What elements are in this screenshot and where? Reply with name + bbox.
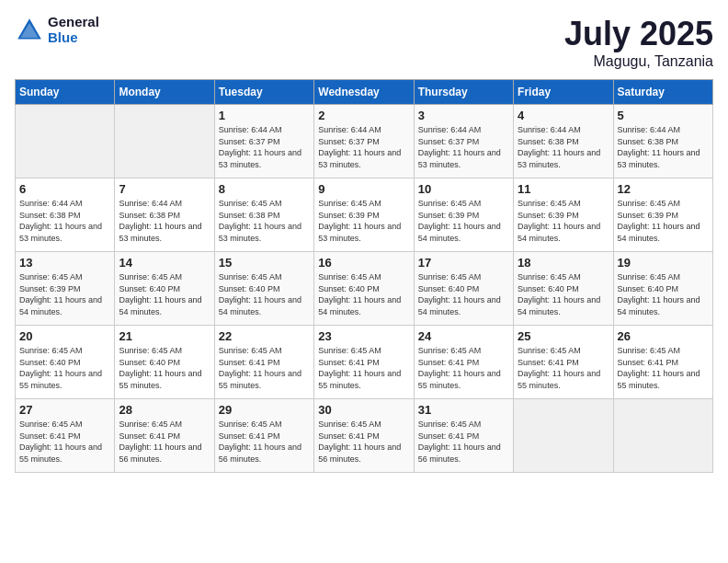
day-number: 5	[618, 109, 709, 122]
cell-info: Sunrise: 6:45 AMSunset: 6:41 PMDaylight:…	[318, 419, 409, 465]
header: General Blue July 2025 Magugu, Tanzania	[15, 15, 713, 70]
calendar-week-row: 27Sunrise: 6:45 AMSunset: 6:41 PMDayligh…	[16, 399, 713, 473]
calendar-cell: 20Sunrise: 6:45 AMSunset: 6:40 PMDayligh…	[16, 326, 115, 399]
cell-info: Sunrise: 6:45 AMSunset: 6:40 PMDaylight:…	[618, 271, 709, 317]
calendar-cell: 18Sunrise: 6:45 AMSunset: 6:40 PMDayligh…	[514, 252, 613, 326]
day-number: 23	[318, 329, 409, 343]
cell-info: Sunrise: 6:44 AMSunset: 6:38 PMDaylight:…	[518, 124, 609, 170]
calendar-cell: 25Sunrise: 6:45 AMSunset: 6:41 PMDayligh…	[514, 326, 613, 399]
day-number: 18	[518, 256, 609, 270]
calendar-cell: 6Sunrise: 6:44 AMSunset: 6:38 PMDaylight…	[16, 178, 115, 252]
cell-info: Sunrise: 6:45 AMSunset: 6:40 PMDaylight:…	[418, 271, 509, 317]
calendar-cell: 9Sunrise: 6:45 AMSunset: 6:39 PMDaylight…	[314, 178, 414, 252]
cell-info: Sunrise: 6:45 AMSunset: 6:40 PMDaylight:…	[219, 271, 310, 317]
day-of-week-header: Thursday	[414, 80, 513, 105]
day-number: 16	[318, 256, 409, 270]
day-number: 12	[618, 182, 709, 196]
calendar-cell: 7Sunrise: 6:44 AMSunset: 6:38 PMDaylight…	[115, 178, 214, 252]
calendar-week-row: 20Sunrise: 6:45 AMSunset: 6:40 PMDayligh…	[16, 326, 713, 399]
cell-info: Sunrise: 6:44 AMSunset: 6:37 PMDaylight:…	[318, 124, 409, 170]
day-number: 9	[318, 182, 409, 196]
calendar-cell: 27Sunrise: 6:45 AMSunset: 6:41 PMDayligh…	[16, 399, 115, 473]
calendar-cell: 28Sunrise: 6:45 AMSunset: 6:41 PMDayligh…	[115, 399, 214, 473]
calendar-cell: 13Sunrise: 6:45 AMSunset: 6:39 PMDayligh…	[16, 252, 115, 326]
day-number: 6	[19, 182, 110, 196]
calendar-cell	[613, 399, 712, 473]
day-number: 24	[418, 329, 509, 343]
calendar-cell: 21Sunrise: 6:45 AMSunset: 6:40 PMDayligh…	[115, 326, 214, 399]
cell-info: Sunrise: 6:45 AMSunset: 6:39 PMDaylight:…	[318, 198, 409, 244]
cell-info: Sunrise: 6:45 AMSunset: 6:40 PMDaylight:…	[119, 271, 210, 317]
day-number: 13	[19, 256, 110, 270]
calendar-cell: 5Sunrise: 6:44 AMSunset: 6:38 PMDaylight…	[613, 105, 712, 178]
logo-blue-text: Blue	[48, 30, 99, 46]
calendar-cell: 24Sunrise: 6:45 AMSunset: 6:41 PMDayligh…	[414, 326, 513, 399]
cell-info: Sunrise: 6:45 AMSunset: 6:41 PMDaylight:…	[219, 419, 310, 465]
calendar-cell: 31Sunrise: 6:45 AMSunset: 6:41 PMDayligh…	[414, 399, 513, 473]
cell-info: Sunrise: 6:45 AMSunset: 6:41 PMDaylight:…	[518, 345, 609, 391]
calendar-cell: 2Sunrise: 6:44 AMSunset: 6:37 PMDaylight…	[314, 105, 414, 178]
day-number: 7	[119, 182, 210, 196]
cell-info: Sunrise: 6:45 AMSunset: 6:41 PMDaylight:…	[19, 419, 110, 465]
day-number: 29	[219, 403, 310, 417]
calendar-cell: 10Sunrise: 6:45 AMSunset: 6:39 PMDayligh…	[414, 178, 513, 252]
day-number: 4	[518, 109, 609, 122]
cell-info: Sunrise: 6:45 AMSunset: 6:39 PMDaylight:…	[19, 271, 110, 317]
day-number: 3	[418, 109, 509, 122]
cell-info: Sunrise: 6:45 AMSunset: 6:41 PMDaylight:…	[418, 345, 509, 391]
day-number: 22	[219, 329, 310, 343]
day-number: 27	[19, 403, 110, 417]
calendar-cell	[514, 399, 613, 473]
logo: General Blue	[15, 15, 99, 45]
logo-icon	[15, 16, 44, 45]
calendar-cell: 26Sunrise: 6:45 AMSunset: 6:41 PMDayligh…	[613, 326, 712, 399]
calendar-cell: 3Sunrise: 6:44 AMSunset: 6:37 PMDaylight…	[414, 105, 513, 178]
calendar-cell: 17Sunrise: 6:45 AMSunset: 6:40 PMDayligh…	[414, 252, 513, 326]
calendar-week-row: 1Sunrise: 6:44 AMSunset: 6:37 PMDaylight…	[16, 105, 713, 178]
cell-info: Sunrise: 6:45 AMSunset: 6:40 PMDaylight:…	[119, 345, 210, 391]
calendar-body: 1Sunrise: 6:44 AMSunset: 6:37 PMDaylight…	[16, 105, 713, 473]
day-number: 26	[618, 329, 709, 343]
day-of-week-header: Wednesday	[314, 80, 414, 105]
day-number: 19	[618, 256, 709, 270]
calendar-cell	[16, 105, 115, 178]
calendar-cell: 15Sunrise: 6:45 AMSunset: 6:40 PMDayligh…	[214, 252, 313, 326]
day-number: 2	[318, 109, 409, 122]
calendar-cell: 1Sunrise: 6:44 AMSunset: 6:37 PMDaylight…	[214, 105, 313, 178]
calendar-cell	[115, 105, 214, 178]
calendar-cell: 30Sunrise: 6:45 AMSunset: 6:41 PMDayligh…	[314, 399, 414, 473]
day-number: 1	[219, 109, 310, 122]
calendar-header-row: SundayMondayTuesdayWednesdayThursdayFrid…	[16, 80, 713, 105]
calendar-week-row: 13Sunrise: 6:45 AMSunset: 6:39 PMDayligh…	[16, 252, 713, 326]
cell-info: Sunrise: 6:45 AMSunset: 6:39 PMDaylight:…	[618, 198, 709, 244]
logo-general-text: General	[48, 15, 99, 30]
cell-info: Sunrise: 6:44 AMSunset: 6:37 PMDaylight:…	[418, 124, 509, 170]
day-of-week-header: Tuesday	[214, 80, 313, 105]
cell-info: Sunrise: 6:44 AMSunset: 6:38 PMDaylight:…	[119, 198, 210, 244]
month-year: July 2025	[564, 15, 713, 53]
calendar-cell: 16Sunrise: 6:45 AMSunset: 6:40 PMDayligh…	[314, 252, 414, 326]
day-number: 15	[219, 256, 310, 270]
cell-info: Sunrise: 6:45 AMSunset: 6:41 PMDaylight:…	[219, 345, 310, 391]
day-number: 8	[219, 182, 310, 196]
cell-info: Sunrise: 6:45 AMSunset: 6:40 PMDaylight:…	[318, 271, 409, 317]
cell-info: Sunrise: 6:45 AMSunset: 6:41 PMDaylight:…	[618, 345, 709, 391]
calendar-cell: 8Sunrise: 6:45 AMSunset: 6:38 PMDaylight…	[214, 178, 313, 252]
cell-info: Sunrise: 6:44 AMSunset: 6:38 PMDaylight:…	[19, 198, 110, 244]
day-number: 10	[418, 182, 509, 196]
calendar-cell: 4Sunrise: 6:44 AMSunset: 6:38 PMDaylight…	[514, 105, 613, 178]
day-of-week-header: Saturday	[613, 80, 712, 105]
calendar-cell: 23Sunrise: 6:45 AMSunset: 6:41 PMDayligh…	[314, 326, 414, 399]
calendar-table: SundayMondayTuesdayWednesdayThursdayFrid…	[15, 79, 713, 473]
cell-info: Sunrise: 6:44 AMSunset: 6:38 PMDaylight:…	[618, 124, 709, 170]
day-number: 28	[119, 403, 210, 417]
day-of-week-header: Monday	[115, 80, 214, 105]
day-number: 21	[119, 329, 210, 343]
calendar-cell: 12Sunrise: 6:45 AMSunset: 6:39 PMDayligh…	[613, 178, 712, 252]
location: Magugu, Tanzania	[564, 53, 713, 70]
title-area: July 2025 Magugu, Tanzania	[564, 15, 713, 70]
cell-info: Sunrise: 6:45 AMSunset: 6:41 PMDaylight:…	[418, 419, 509, 465]
calendar-week-row: 6Sunrise: 6:44 AMSunset: 6:38 PMDaylight…	[16, 178, 713, 252]
cell-info: Sunrise: 6:45 AMSunset: 6:41 PMDaylight:…	[318, 345, 409, 391]
calendar-cell: 19Sunrise: 6:45 AMSunset: 6:40 PMDayligh…	[613, 252, 712, 326]
